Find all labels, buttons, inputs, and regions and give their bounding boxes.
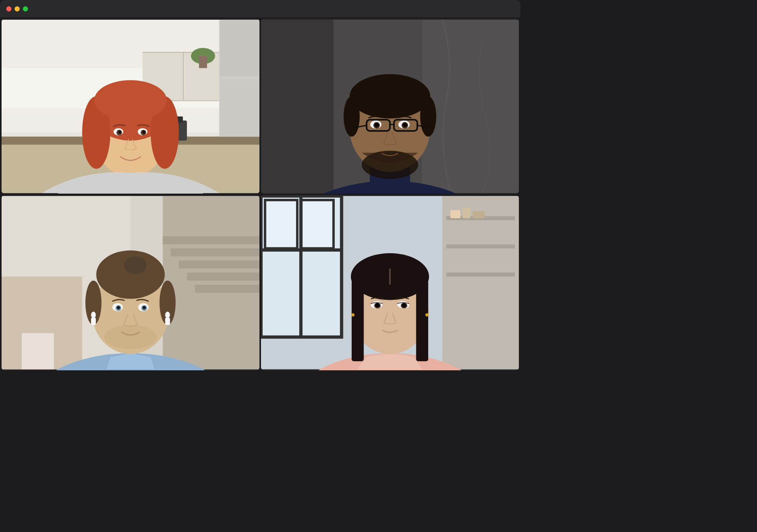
video-tile-2 bbox=[261, 19, 519, 194]
traffic-lights bbox=[6, 6, 28, 11]
svg-point-80 bbox=[117, 306, 120, 309]
svg-rect-95 bbox=[446, 273, 515, 277]
svg-point-81 bbox=[143, 306, 146, 309]
video-grid bbox=[0, 17, 520, 371]
svg-rect-96 bbox=[450, 210, 461, 218]
svg-point-72 bbox=[91, 312, 96, 318]
svg-rect-62 bbox=[195, 285, 260, 293]
svg-rect-85 bbox=[265, 200, 297, 249]
svg-point-31 bbox=[118, 131, 121, 134]
svg-rect-61 bbox=[187, 273, 259, 281]
svg-point-112 bbox=[351, 314, 354, 317]
svg-rect-64 bbox=[22, 333, 54, 370]
svg-rect-35 bbox=[422, 20, 519, 193]
video-tile-1 bbox=[2, 19, 259, 194]
svg-point-42 bbox=[420, 96, 436, 136]
svg-rect-98 bbox=[472, 211, 485, 218]
svg-rect-13 bbox=[220, 79, 259, 136]
svg-rect-8 bbox=[183, 52, 184, 101]
svg-point-48 bbox=[375, 123, 378, 127]
video-tile-3 bbox=[2, 195, 259, 370]
svg-rect-34 bbox=[261, 20, 334, 193]
close-button[interactable] bbox=[6, 6, 11, 11]
svg-point-69 bbox=[124, 257, 147, 274]
participant-1-video bbox=[2, 19, 259, 194]
title-bar bbox=[0, 0, 520, 17]
video-tile-4 bbox=[261, 195, 519, 370]
svg-point-113 bbox=[425, 314, 429, 317]
svg-rect-91 bbox=[299, 196, 302, 337]
svg-rect-86 bbox=[301, 200, 334, 249]
svg-rect-97 bbox=[462, 208, 470, 218]
svg-rect-59 bbox=[171, 248, 259, 256]
participant-4-video bbox=[261, 195, 519, 370]
svg-rect-92 bbox=[442, 196, 519, 369]
svg-rect-60 bbox=[179, 261, 259, 269]
svg-rect-12 bbox=[220, 21, 259, 77]
svg-point-26 bbox=[94, 80, 167, 120]
svg-rect-58 bbox=[163, 237, 259, 245]
svg-point-41 bbox=[343, 96, 360, 136]
svg-rect-94 bbox=[446, 245, 515, 248]
svg-point-110 bbox=[375, 303, 379, 307]
svg-rect-105 bbox=[389, 269, 391, 285]
svg-point-74 bbox=[165, 312, 170, 318]
svg-point-82 bbox=[104, 325, 157, 349]
svg-rect-10 bbox=[199, 56, 207, 68]
svg-point-49 bbox=[403, 123, 407, 127]
svg-point-32 bbox=[142, 131, 145, 134]
participant-2-video bbox=[261, 19, 519, 194]
maximize-button[interactable] bbox=[23, 6, 28, 11]
svg-rect-73 bbox=[91, 318, 96, 325]
svg-point-40 bbox=[350, 74, 430, 118]
participant-3-video bbox=[2, 195, 259, 370]
svg-point-111 bbox=[402, 303, 406, 307]
minimize-button[interactable] bbox=[15, 6, 20, 11]
svg-rect-75 bbox=[165, 318, 170, 325]
svg-rect-57 bbox=[163, 196, 259, 369]
